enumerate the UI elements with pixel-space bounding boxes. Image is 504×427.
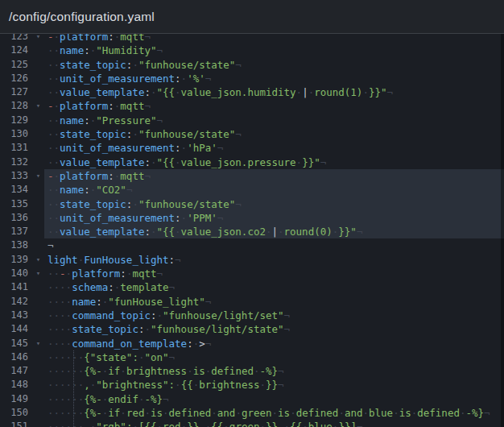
line-number[interactable]: 147	[0, 364, 32, 378]
token-punc: :	[120, 267, 126, 280]
line-number[interactable]: 132	[0, 155, 32, 169]
code-line[interactable]: 146······{"state":·"on"¬	[0, 350, 504, 364]
fold-arrow-icon[interactable]: ▾	[32, 337, 44, 350]
code-line[interactable]: 134··name:·"CO2"¬	[0, 183, 504, 197]
line-number[interactable]: 149	[0, 392, 32, 406]
code-line[interactable]: 144····state_topic:·"funhouse/light/stat…	[0, 322, 504, 336]
token-str: mqtt	[120, 34, 144, 43]
line-number[interactable]: 127	[0, 85, 32, 99]
line-number[interactable]: 123	[0, 34, 32, 44]
token-str: -%}	[144, 393, 163, 405]
code-line[interactable]: 138¬	[0, 238, 504, 252]
code-line[interactable]: 137··value_template:·"{{·value_json.co2·…	[0, 225, 504, 238]
whitespace-dot-icon: ·	[54, 170, 60, 182]
fold-gutter	[32, 350, 44, 364]
line-number[interactable]: 128	[0, 99, 32, 113]
line-number[interactable]: 144	[0, 322, 32, 336]
line-number[interactable]: 150	[0, 406, 32, 420]
code-line[interactable]: 135··state_topic:·"funhouse/state"¬	[0, 197, 504, 211]
whitespace-dot-icon: ·	[48, 226, 54, 238]
code-editor[interactable]: 123▾-·platform:·mqtt¬124··name:·"Humidit…	[0, 34, 504, 427]
scrollbar-track[interactable]	[501, 34, 504, 427]
code-line[interactable]: 126··unit_of_measurement:·'%'¬	[0, 72, 504, 85]
token-str: is	[193, 365, 205, 377]
token-str: "rgb":	[96, 421, 132, 427]
line-number[interactable]: 130	[0, 127, 32, 141]
code-line[interactable]: 140▾··-·platform:·mqtt¬	[0, 267, 504, 280]
token-dash: -	[48, 34, 54, 43]
code-line[interactable]: 124··name:·"Humidity"¬	[0, 44, 504, 57]
whitespace-dot-icon: ·	[60, 323, 66, 335]
line-number[interactable]: 134	[0, 183, 32, 197]
code-text: ······{%-·endif·-%}¬	[44, 392, 504, 406]
code-line[interactable]: 128▾-·platform:·mqtt¬	[0, 99, 504, 113]
whitespace-dot-icon: ·	[72, 421, 78, 427]
token-str: if	[108, 407, 120, 419]
code-text: ··-·platform:·mqtt¬	[44, 267, 504, 280]
line-number[interactable]: 124	[0, 44, 32, 57]
token-str: brightness	[199, 379, 259, 391]
code-text: ¬	[44, 238, 504, 252]
line-end-icon: ¬	[144, 34, 151, 43]
fold-gutter	[32, 406, 44, 420]
token-dash: -	[48, 170, 54, 182]
token-dash: -	[60, 267, 66, 280]
code-line[interactable]: 129··name:·"Pressure"¬	[0, 114, 504, 127]
line-end-icon: ¬	[157, 267, 163, 280]
line-number[interactable]: 146	[0, 350, 32, 364]
whitespace-dot-icon: ·	[54, 34, 60, 43]
code-line[interactable]: 130··state_topic:·"funhouse/state"¬	[0, 127, 504, 141]
fold-arrow-icon[interactable]: ▾	[32, 99, 44, 113]
code-line[interactable]: 139▾light·FunHouse_light:¬	[0, 253, 504, 267]
code-line[interactable]: 150······{%-·if·red·is·defined·and·green…	[0, 406, 504, 420]
line-number[interactable]: 145	[0, 337, 32, 350]
line-number[interactable]: 138	[0, 238, 32, 252]
code-line[interactable]: 149······{%-·endif·-%}¬	[0, 392, 504, 406]
line-number[interactable]: 139	[0, 253, 32, 267]
code-line[interactable]: 132··value_template:·"{{·value_json.pres…	[0, 155, 504, 169]
line-number[interactable]: 143	[0, 309, 32, 322]
code-line[interactable]: 123▾-·platform:·mqtt¬	[0, 34, 504, 44]
fold-arrow-icon[interactable]: ▾	[32, 253, 44, 267]
code-line[interactable]: 148······,·"brightness":·{{·brightness·}…	[0, 378, 504, 392]
line-number[interactable]: 140	[0, 267, 32, 280]
whitespace-dot-icon: ·	[66, 421, 72, 427]
token-str: ,	[84, 379, 90, 391]
line-number[interactable]: 131	[0, 141, 32, 155]
line-number[interactable]: 126	[0, 72, 32, 85]
code-line[interactable]: 133▾-·platform:·mqtt¬	[0, 169, 504, 183]
line-number[interactable]: 151	[0, 420, 32, 427]
line-number[interactable]: 137	[0, 225, 32, 238]
code-line[interactable]: 141····schema:·template¬	[0, 280, 504, 294]
fold-gutter	[32, 127, 44, 141]
line-number[interactable]: 125	[0, 58, 32, 72]
line-number[interactable]: 135	[0, 197, 32, 211]
fold-arrow-icon[interactable]: ▾	[32, 169, 44, 183]
code-line[interactable]: 127··value_template:·"{{·value_json.humi…	[0, 85, 504, 99]
code-line[interactable]: 151······,·"rgb":·[{{·red·}},·{{·green·}…	[0, 420, 504, 427]
code-line[interactable]: 142····name:·"funHouse_light"¬	[0, 295, 504, 309]
code-line[interactable]: 125··state_topic:·"funhouse/state"¬	[0, 58, 504, 72]
line-end-icon: ¬	[235, 198, 242, 210]
code-line[interactable]: 147······{%-·if·brightness·is·defined·-%…	[0, 364, 504, 378]
token-str: [{{	[138, 421, 157, 427]
whitespace-dot-icon: ·	[60, 393, 66, 405]
whitespace-dot-icon: ·	[54, 142, 60, 154]
whitespace-dot-icon: ·	[254, 365, 260, 377]
line-number[interactable]: 136	[0, 211, 32, 225]
code-line[interactable]: 131··unit_of_measurement:·'hPa'¬	[0, 141, 504, 155]
fold-arrow-icon[interactable]: ▾	[32, 267, 44, 280]
line-number[interactable]: 141	[0, 280, 32, 294]
code-line[interactable]: 145▾····command_on_template:·>¬	[0, 337, 504, 350]
line-number[interactable]: 148	[0, 378, 32, 392]
code-line[interactable]: 143····command_topic:·"funhouse/light/se…	[0, 309, 504, 322]
token-str: red	[126, 407, 145, 419]
code-text: ····state_topic:·"funhouse/light/state"¬	[44, 322, 504, 336]
token-dash: -	[48, 100, 54, 112]
fold-arrow-icon[interactable]: ▾	[32, 34, 44, 44]
line-number[interactable]: 129	[0, 114, 32, 127]
line-number[interactable]: 133	[0, 169, 32, 183]
whitespace-dot-icon: ·	[48, 421, 54, 427]
line-number[interactable]: 142	[0, 295, 32, 309]
code-line[interactable]: 136··unit_of_measurement:·'PPM'¬	[0, 211, 504, 225]
